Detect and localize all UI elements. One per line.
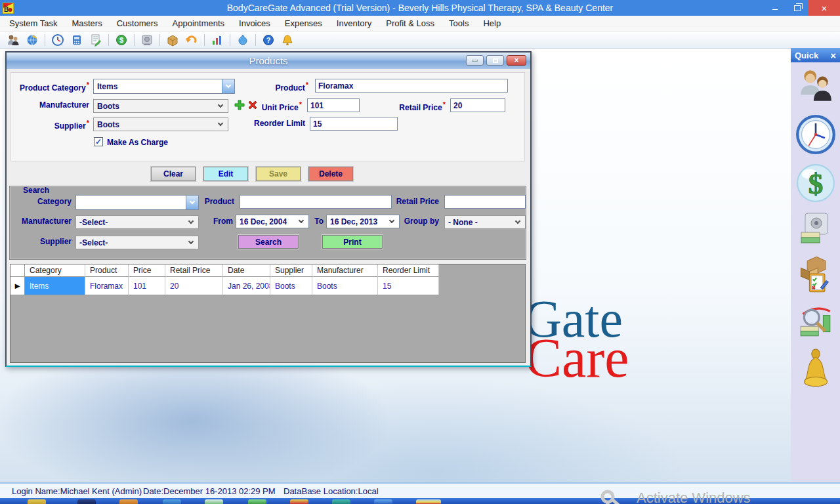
activate-windows-watermark: Activate Windows Go to PC settings to ac…: [598, 490, 830, 504]
dialog-minimize-button[interactable]: [466, 55, 484, 66]
maximize-icon: [493, 58, 498, 63]
quick-billing-dollar-icon[interactable]: $: [796, 163, 835, 203]
toolbar-help-icon[interactable]: ?: [262, 33, 275, 47]
cell-retail-price[interactable]: 20: [165, 277, 223, 295]
window-title: BodyCareGate Advanced (Trial Version) - …: [0, 3, 840, 13]
taskbar-icon-active[interactable]: [416, 499, 441, 504]
menu-item-help[interactable]: Help: [483, 18, 501, 28]
grid-header-date[interactable]: Date: [223, 264, 270, 277]
menu-item-system-task[interactable]: System Task: [9, 18, 57, 28]
taskbar-icon[interactable]: [248, 499, 266, 504]
app-window: B BodyCareGate Advanced (Trial Version) …: [0, 0, 840, 504]
cell-price[interactable]: 101: [129, 277, 165, 295]
chevron-down-icon[interactable]: [222, 79, 234, 93]
make-as-charge-checkbox[interactable]: ✓: [94, 137, 103, 146]
quick-panel-close-icon[interactable]: ×: [830, 50, 836, 61]
grid-header-supplier[interactable]: Supplier: [270, 264, 312, 277]
reorder-limit-input[interactable]: [310, 117, 398, 131]
menu-item-tools[interactable]: Tools: [449, 18, 469, 28]
toolbar-inventory-box-icon[interactable]: [166, 33, 179, 47]
unit-price-input[interactable]: [307, 98, 360, 112]
delete-button[interactable]: Delete: [308, 167, 353, 181]
activate-title: Activate Windows: [637, 490, 830, 504]
toolbar-customers-icon[interactable]: [7, 33, 20, 47]
taskbar-icon[interactable]: [205, 499, 223, 504]
search-retail-price-input[interactable]: [444, 195, 526, 209]
quick-customers-icon[interactable]: [797, 68, 835, 106]
menu-item-customers[interactable]: Customers: [117, 18, 158, 28]
window-close-button[interactable]: ×: [808, 0, 840, 16]
manufacturer-combobox[interactable]: Boots: [93, 99, 228, 113]
cell-category[interactable]: Items: [25, 277, 85, 295]
chevron-down-icon[interactable]: [186, 196, 198, 209]
cell-manufacturer[interactable]: Boots: [312, 277, 378, 295]
cell-date[interactable]: Jan 26, 2008: [223, 277, 270, 295]
supplier-combobox[interactable]: Boots: [93, 117, 228, 131]
search-manufacturer-select[interactable]: -Select-: [75, 215, 199, 229]
menu-item-expenses[interactable]: Expenses: [285, 18, 322, 28]
search-manufacturer-label: Manufacturer: [10, 217, 72, 226]
make-as-charge-label: Make As Charge: [107, 138, 168, 147]
quick-profit-analysis-icon[interactable]: [797, 303, 834, 340]
grid-header-retail-price[interactable]: Retail Price: [165, 264, 223, 277]
save-button[interactable]: Save: [256, 167, 301, 181]
quick-appointments-clock-icon[interactable]: [795, 114, 836, 155]
quick-reminder-bell-icon[interactable]: [800, 348, 831, 389]
print-button[interactable]: Print: [322, 235, 383, 249]
toolbar-undo-icon[interactable]: [185, 33, 198, 47]
toolbar-schedule-globe-icon[interactable]: [26, 33, 39, 47]
product-input[interactable]: [315, 79, 508, 93]
search-supplier-select[interactable]: -Select-: [75, 236, 199, 249]
grid-header-reorder-limit[interactable]: Reorder Limit: [378, 264, 439, 277]
quick-panel-header: Quick ×: [791, 48, 840, 62]
grid-header-price[interactable]: Price: [129, 264, 165, 277]
taskbar-icon[interactable]: [374, 499, 392, 504]
taskbar-icon[interactable]: [163, 499, 181, 504]
date-from-picker[interactable]: 16 Dec, 2004: [236, 215, 309, 228]
grid-header-category[interactable]: Category: [25, 264, 85, 277]
taskbar-icon[interactable]: [28, 499, 46, 504]
retail-price-input[interactable]: [450, 98, 505, 112]
product-category-combobox[interactable]: Items: [93, 79, 235, 94]
menu-item-profit-loss[interactable]: Profit & Loss: [386, 18, 434, 28]
clear-button[interactable]: Clear: [151, 167, 196, 181]
cell-reorder-limit[interactable]: 15: [378, 277, 439, 295]
date-to-picker[interactable]: 16 Dec, 2013: [326, 215, 400, 228]
quick-inventory-boxes-icon[interactable]: [795, 254, 836, 295]
menu-item-appointments[interactable]: Appointments: [173, 18, 225, 28]
cell-product[interactable]: Floramax: [85, 277, 129, 295]
search-button[interactable]: Search: [238, 235, 299, 249]
menu-item-inventory[interactable]: Inventory: [337, 18, 371, 28]
toolbar-phone-directory-icon[interactable]: [70, 33, 83, 47]
menu-item-invoices[interactable]: Invoices: [239, 18, 270, 28]
dialog-maximize-button[interactable]: [486, 55, 504, 66]
search-product-input[interactable]: [240, 195, 392, 209]
toolbar-report-chart-icon[interactable]: [211, 33, 224, 47]
window-minimize-button[interactable]: –: [764, 0, 786, 16]
taskbar-icon[interactable]: [290, 499, 308, 504]
menu-item-masters[interactable]: Masters: [72, 18, 102, 28]
toolbar-invoice-icon[interactable]: [89, 33, 102, 47]
grid-data-row[interactable]: ▶ Items Floramax 101 20 Jan 26, 2008 Boo…: [10, 277, 525, 295]
toolbar-separator: [159, 34, 160, 46]
group-by-label: Group by: [400, 217, 439, 226]
dialog-close-button[interactable]: ×: [507, 55, 526, 66]
quick-expenses-safe-icon[interactable]: [799, 211, 833, 245]
search-category-combobox[interactable]: [75, 195, 199, 210]
toolbar-safe-icon[interactable]: [140, 33, 154, 47]
grid-header-product[interactable]: Product: [85, 264, 129, 277]
edit-button[interactable]: Edit: [203, 167, 248, 181]
toolbar-money-icon[interactable]: $: [115, 33, 128, 47]
toolbar-tools-icon[interactable]: [236, 33, 249, 47]
toolbar-clock-icon[interactable]: [51, 33, 64, 47]
window-restore-button[interactable]: [786, 0, 808, 16]
cell-supplier[interactable]: Boots: [270, 277, 312, 295]
toolbar-bell-icon[interactable]: [281, 33, 294, 47]
taskbar-icon[interactable]: [332, 499, 350, 504]
minimize-icon: [472, 60, 478, 62]
taskbar-icon[interactable]: [77, 499, 96, 504]
group-by-select[interactable]: - None -: [444, 215, 526, 229]
grid-header-manufacturer[interactable]: Manufacturer: [312, 264, 378, 277]
toolbar-separator: [255, 34, 256, 46]
taskbar-icon[interactable]: [119, 499, 138, 504]
